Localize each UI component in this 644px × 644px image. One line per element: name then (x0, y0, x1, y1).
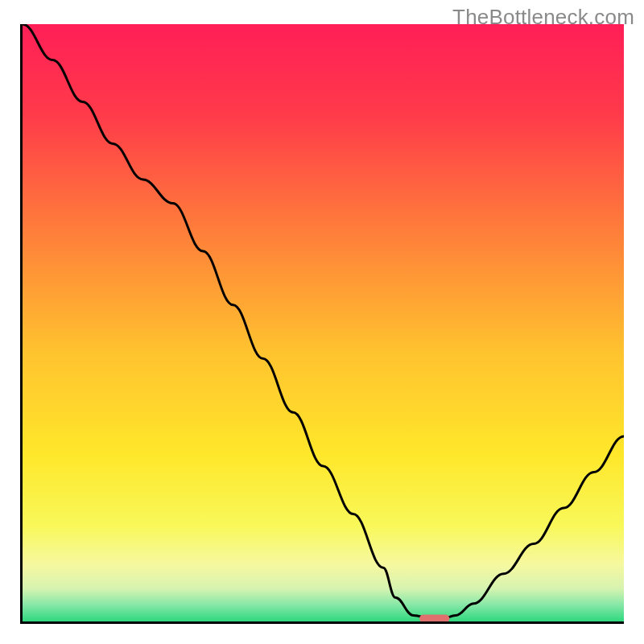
plot-area (20, 24, 624, 624)
optimal-marker (419, 614, 449, 622)
bottleneck-curve (23, 24, 624, 618)
chart-stage: TheBottleneck.com (0, 0, 644, 644)
curve-layer (23, 24, 624, 621)
